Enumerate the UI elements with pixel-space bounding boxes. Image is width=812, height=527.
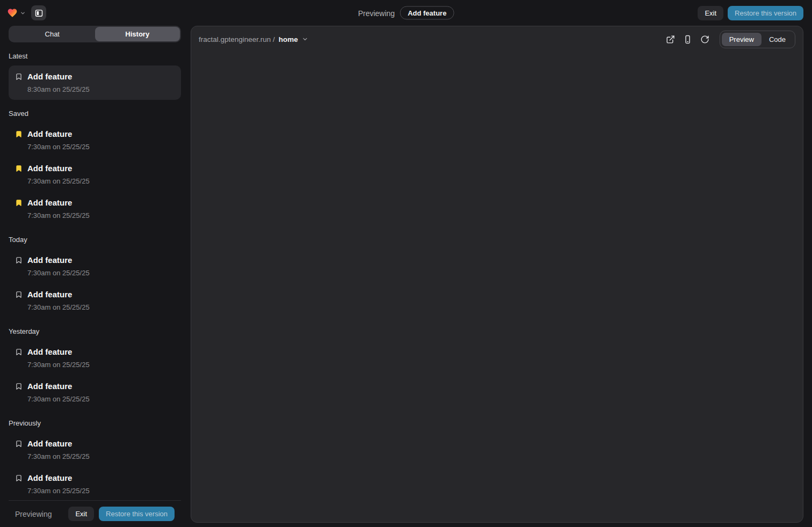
history-item-text: Add feature 7:30am on 25/25/25 <box>27 289 90 312</box>
history-item-title: Add feature <box>27 163 90 174</box>
history-section-title: Latest <box>9 52 181 60</box>
history-item-timestamp: 7:30am on 25/25/25 <box>27 394 90 404</box>
history-item[interactable]: Add feature 7:30am on 25/25/25 <box>9 249 181 283</box>
sidebar-footer: Previewing Exit Restore this version <box>9 500 181 527</box>
tab-code[interactable]: Code <box>762 33 793 46</box>
history-item-title: Add feature <box>27 438 90 449</box>
history-item[interactable]: Add feature 7:30am on 25/25/25 <box>9 157 181 192</box>
history-item-timestamp: 7:30am on 25/25/25 <box>27 360 90 369</box>
history-section: Yesterday Add feature 7:30am on 25/25/25… <box>9 327 181 409</box>
bookmark-icon <box>15 164 23 173</box>
history-section: Previously Add feature 7:30am on 25/25/2… <box>9 419 181 500</box>
exit-button[interactable]: Exit <box>698 6 723 20</box>
history-item-title: Add feature <box>27 71 90 82</box>
sidebar-toggle-button[interactable] <box>31 5 46 20</box>
history-item-text: Add feature 7:30am on 25/25/25 <box>27 381 90 404</box>
url-chevron-down-icon <box>302 36 308 42</box>
history-item-text: Add feature 8:30am on 25/25/25 <box>27 71 90 94</box>
panel-left-icon <box>34 9 44 18</box>
history-item-title: Add feature <box>27 347 90 357</box>
history-item-title: Add feature <box>27 255 90 266</box>
lovable-heart-logo-icon <box>6 8 18 18</box>
history-item-timestamp: 7:30am on 25/25/25 <box>27 142 90 151</box>
bookmark-icon <box>15 199 23 207</box>
footer-exit-button[interactable]: Exit <box>68 507 94 521</box>
previewing-status-label: Previewing <box>358 9 395 17</box>
restore-version-button[interactable]: Restore this version <box>728 6 803 20</box>
app-menu[interactable] <box>6 8 26 18</box>
history-item-title: Add feature <box>27 381 90 392</box>
history-item-text: Add feature 7:30am on 25/25/25 <box>27 473 90 495</box>
sidebar-tabs: Chat History <box>9 26 181 42</box>
history-section-title: Yesterday <box>9 327 181 335</box>
bookmark-icon <box>15 72 23 81</box>
history-item-timestamp: 7:30am on 25/25/25 <box>27 452 90 461</box>
history-item-title: Add feature <box>27 289 90 300</box>
history-section-title: Saved <box>9 109 181 118</box>
history-section-title: Today <box>9 236 181 244</box>
preview-code-toggle: Preview Code <box>720 31 795 48</box>
history-section-title: Previously <box>9 419 181 427</box>
history-item-title: Add feature <box>27 473 90 484</box>
history-item-timestamp: 7:30am on 25/25/25 <box>27 177 90 186</box>
tab-chat[interactable]: Chat <box>10 27 95 41</box>
refresh-button[interactable] <box>700 35 709 44</box>
history-section: Latest Add feature 8:30am on 25/25/25 <box>9 52 181 100</box>
history-section-items: Add feature 7:30am on 25/25/25 Add featu… <box>9 433 181 500</box>
open-in-new-button[interactable] <box>666 35 675 44</box>
footer-restore-version-button[interactable]: Restore this version <box>99 507 175 521</box>
history-item[interactable]: Add feature 7:30am on 25/25/25 <box>9 123 181 157</box>
history-item[interactable]: Add feature 7:30am on 25/25/25 <box>9 192 181 226</box>
history-section: Today Add feature 7:30am on 25/25/25 Add… <box>9 236 181 318</box>
mobile-preview-icon <box>683 35 692 44</box>
history-sidebar: Chat History Latest Add feature 8:30am o… <box>9 26 181 527</box>
history-item-text: Add feature 7:30am on 25/25/25 <box>27 438 90 461</box>
history-section-items: Add feature 8:30am on 25/25/25 <box>9 65 181 100</box>
history-item[interactable]: Add feature 7:30am on 25/25/25 <box>9 433 181 467</box>
history-item[interactable]: Add feature 7:30am on 25/25/25 <box>9 341 181 375</box>
history-item-text: Add feature 7:30am on 25/25/25 <box>27 163 90 186</box>
history-section-items: Add feature 7:30am on 25/25/25 Add featu… <box>9 341 181 409</box>
preview-url-selector[interactable]: fractal.gptengineer.run / home <box>199 35 308 43</box>
preview-url-page: home <box>279 35 298 43</box>
footer-previewing-label: Previewing <box>15 510 52 518</box>
history-item-title: Add feature <box>27 129 90 140</box>
tab-preview[interactable]: Preview <box>722 33 762 46</box>
history-item-text: Add feature 7:30am on 25/25/25 <box>27 197 90 220</box>
topbar: Previewing Add feature Exit Restore this… <box>0 0 812 26</box>
bookmark-icon <box>15 256 23 265</box>
history-section-items: Add feature 7:30am on 25/25/25 Add featu… <box>9 123 181 226</box>
history-item[interactable]: Add feature 7:30am on 25/25/25 <box>9 283 181 318</box>
bookmark-icon <box>15 440 23 448</box>
bookmark-icon <box>15 130 23 138</box>
history-item-title: Add feature <box>27 197 90 208</box>
history-item-text: Add feature 7:30am on 25/25/25 <box>27 129 90 151</box>
open-in-new-icon <box>666 35 675 44</box>
preview-viewport <box>191 52 803 522</box>
history-section-items: Add feature 7:30am on 25/25/25 Add featu… <box>9 249 181 318</box>
history-item[interactable]: Add feature 7:30am on 25/25/25 <box>9 375 181 409</box>
history-item-timestamp: 8:30am on 25/25/25 <box>27 85 90 94</box>
preview-url-prefix: fractal.gptengineer.run / <box>199 35 275 43</box>
preview-panel-header: fractal.gptengineer.run / home <box>191 26 803 52</box>
bookmark-icon <box>15 290 23 299</box>
history-item[interactable]: Add feature 8:30am on 25/25/25 <box>9 65 181 100</box>
history-section: Saved Add feature 7:30am on 25/25/25 Add… <box>9 109 181 226</box>
bookmark-icon <box>15 382 23 391</box>
refresh-icon <box>700 35 709 44</box>
bookmark-icon <box>15 348 23 356</box>
mobile-preview-button[interactable] <box>683 35 692 44</box>
tab-history[interactable]: History <box>95 27 180 41</box>
history-item[interactable]: Add feature 7:30am on 25/25/25 <box>9 467 181 500</box>
preview-panel: fractal.gptengineer.run / home <box>191 26 803 523</box>
history-item-text: Add feature 7:30am on 25/25/25 <box>27 255 90 277</box>
version-name-badge: Add feature <box>400 6 454 20</box>
history-list: Latest Add feature 8:30am on 25/25/25 Sa… <box>9 42 181 500</box>
history-item-timestamp: 7:30am on 25/25/25 <box>27 211 90 220</box>
history-item-timestamp: 7:30am on 25/25/25 <box>27 486 90 495</box>
history-item-timestamp: 7:30am on 25/25/25 <box>27 268 90 277</box>
history-item-timestamp: 7:30am on 25/25/25 <box>27 303 90 312</box>
bookmark-icon <box>15 474 23 482</box>
history-item-text: Add feature 7:30am on 25/25/25 <box>27 347 90 369</box>
chevron-down-icon <box>20 10 26 16</box>
